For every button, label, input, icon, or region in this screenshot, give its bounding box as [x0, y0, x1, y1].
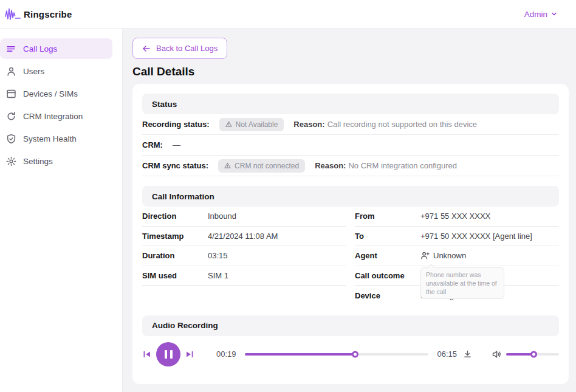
call-details-card: Status Recording status: Not Available R… [132, 84, 569, 384]
skip-forward-icon [185, 349, 194, 359]
elapsed-time: 00:19 [216, 349, 236, 359]
duration-label: Duration [142, 251, 208, 260]
reason-label: Reason: [315, 161, 346, 170]
timestamp-value: 4/21/2024 11:08 AM [208, 232, 278, 241]
seek-thumb[interactable] [352, 351, 358, 357]
agent-row: Agent Unknown [355, 246, 559, 266]
timestamp-label: Timestamp [142, 232, 208, 241]
call-information-section-title: Call Information [152, 192, 214, 201]
call-information-left-column: Direction Inbound Timestamp 4/21/2024 11… [142, 207, 346, 306]
crm-sync-status-label: CRM sync status: [142, 161, 208, 170]
sidebar-item-system-health[interactable]: System Health [0, 128, 112, 149]
back-button-label: Back to Call Logs [156, 44, 218, 53]
crm-sync-status-badge-label: CRM not connected [235, 162, 299, 170]
skip-back-button[interactable] [142, 349, 152, 359]
seek-bar[interactable] [245, 353, 429, 356]
sidebar-item-label: Settings [23, 157, 53, 166]
crm-row: CRM: — [142, 135, 559, 156]
call-information-grid: Direction Inbound Timestamp 4/21/2024 11… [142, 207, 559, 306]
system-health-shield-icon [6, 134, 16, 144]
devices-icon [6, 89, 16, 99]
pause-button[interactable] [156, 342, 180, 366]
reason-text: No CRM integration configured [348, 161, 456, 170]
user-plus-icon [420, 251, 430, 260]
duration-value: 03:15 [208, 251, 228, 260]
volume-slider-fill [506, 353, 533, 356]
call-logs-list-icon [6, 44, 16, 54]
sidebar-item-users[interactable]: Users [0, 61, 112, 81]
pause-icon [165, 350, 167, 359]
reason-label: Reason: [293, 120, 324, 129]
volume-slider[interactable] [506, 353, 559, 356]
call-outcome-row: Call outcome Phone number was unavailabl… [355, 266, 559, 286]
crm-sync-status-badge: CRM not connected [218, 159, 305, 173]
sim-used-label: SIM used [142, 271, 208, 280]
direction-value: Inbound [208, 211, 236, 221]
audio-player: 00:19 06:15 [142, 339, 559, 370]
direction-label: Direction [142, 211, 208, 221]
sidebar-item-call-logs[interactable]: Call Logs [0, 38, 112, 59]
agent-value: Unknown [420, 251, 466, 260]
page-title: Call Details [132, 65, 569, 78]
call-outcome-label: Call outcome [355, 271, 420, 280]
to-value: +971 50 XXX XXXX [Agent line] [420, 232, 532, 241]
main-content: Back to Call Logs Call Details Status Re… [123, 29, 576, 392]
settings-gear-icon [6, 156, 16, 167]
from-value: +971 55 XXX XXXX [420, 211, 490, 221]
agent-value-text: Unknown [433, 251, 466, 260]
sidebar-item-label: Users [23, 67, 44, 76]
call-information-section-header: Call Information [142, 186, 559, 207]
sidebar-item-crm-integration[interactable]: CRM Integration [0, 106, 112, 126]
sidebar-item-label: System Health [23, 134, 77, 143]
volume-icon[interactable] [492, 349, 501, 359]
waveform-logo-icon [5, 7, 21, 21]
device-label: Device [355, 291, 420, 300]
crm-label: CRM: [142, 140, 163, 150]
warning-triangle-icon [224, 162, 231, 169]
warning-triangle-icon [225, 121, 232, 128]
admin-user-menu-label: Admin [524, 10, 547, 19]
audio-recording-section-header: Audio Recording [142, 315, 559, 336]
recording-status-badge-label: Not Available [236, 121, 278, 128]
sidebar-item-label: CRM Integration [23, 112, 83, 121]
admin-user-menu[interactable]: Admin [524, 10, 558, 19]
seek-bar-fill [245, 353, 355, 356]
skip-back-icon [142, 349, 152, 359]
from-row: From +971 55 XXX XXXX [355, 207, 559, 227]
sidebar-item-settings[interactable]: Settings [0, 151, 112, 171]
call-outcome-tooltip: Phone number was unavailable at the time… [420, 267, 504, 300]
download-button[interactable] [463, 349, 472, 359]
sidebar: Call Logs Users Devices / SIMs CRM Integ… [0, 29, 123, 392]
total-duration: 06:15 [437, 349, 457, 359]
audio-recording-section-title: Audio Recording [152, 321, 218, 330]
recording-status-row: Recording status: Not Available Reason:C… [142, 114, 559, 135]
to-row: To +971 50 XXX XXXX [Agent line] [355, 227, 559, 247]
crm-sync-status-row: CRM sync status: CRM not connected Reaso… [142, 156, 559, 176]
crm-value: — [173, 140, 180, 150]
volume-thumb[interactable] [530, 351, 537, 357]
crm-sync-reason: Reason:No CRM integration configured [315, 161, 457, 170]
recording-status-badge: Not Available [219, 118, 284, 131]
sidebar-item-label: Call Logs [23, 44, 57, 53]
skip-forward-button[interactable] [185, 349, 194, 359]
sim-used-row: SIM used SIM 1 [142, 266, 346, 286]
brand-name: Ringscribe [24, 9, 72, 19]
direction-row: Direction Inbound [142, 207, 346, 227]
brand-logo: Ringscribe [5, 7, 72, 21]
sim-used-value: SIM 1 [208, 271, 228, 280]
back-to-call-logs-button[interactable]: Back to Call Logs [132, 38, 227, 59]
from-label: From [355, 211, 420, 221]
crm-sync-icon [6, 111, 16, 122]
status-section-header: Status [142, 94, 559, 114]
timestamp-row: Timestamp 4/21/2024 11:08 AM [142, 227, 346, 247]
arrow-left-icon [142, 45, 151, 52]
recording-status-label: Recording status: [142, 120, 210, 129]
sidebar-item-devices-sims[interactable]: Devices / SIMs [0, 83, 112, 104]
reason-text: Call recording not supported on this dev… [327, 120, 477, 129]
call-information-right-column: From +971 55 XXX XXXX To +971 50 XXX XXX… [355, 207, 559, 306]
status-section-title: Status [152, 100, 177, 109]
users-icon [6, 66, 16, 77]
top-header: Ringscribe Admin [0, 0, 576, 29]
recording-status-reason: Reason:Call recording not supported on t… [293, 120, 477, 129]
download-icon [463, 349, 472, 359]
